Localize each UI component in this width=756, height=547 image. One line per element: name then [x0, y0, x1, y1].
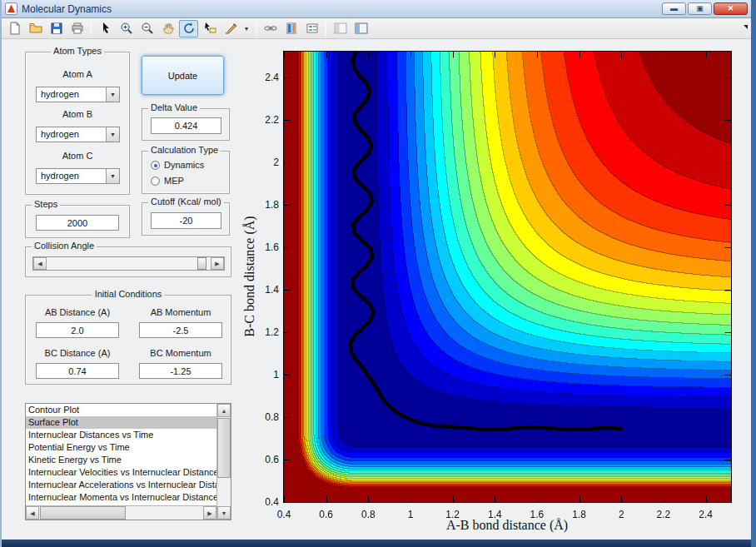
scroll-left-arrow-icon[interactable]: ◀: [26, 506, 39, 520]
scroll-up-arrow-icon[interactable]: ▲: [217, 404, 231, 417]
collision-angle-title: Collision Angle: [32, 241, 97, 251]
atom-a-dropdown[interactable]: hydrogen ▼: [36, 87, 120, 102]
x-tick-label: 0.6: [310, 509, 343, 520]
list-item[interactable]: Surface Plot: [26, 416, 216, 429]
list-item[interactable]: Internuclear Accelerations vs Internucle…: [26, 479, 216, 491]
ab-momentum-label: AB Momentum: [129, 307, 232, 317]
radio-icon[interactable]: [151, 161, 160, 170]
open-file-icon[interactable]: [26, 20, 45, 37]
x-tick-label: 0.4: [267, 509, 301, 520]
print-icon[interactable]: [67, 20, 87, 37]
x-tick-label: 2.4: [689, 509, 723, 520]
x-tick-label: 1.4: [478, 509, 511, 520]
ab-momentum-field[interactable]: [139, 322, 222, 338]
bc-distance-field[interactable]: [36, 363, 119, 379]
calculation-type-panel: Calculation Type Dynamics MEP: [142, 151, 230, 194]
horizontal-scrollbar[interactable]: ◀ ▶: [26, 505, 216, 520]
slider-thumb[interactable]: [197, 257, 206, 270]
y-tick-label: 1.6: [246, 241, 279, 253]
delta-value-field[interactable]: [151, 117, 221, 134]
atom-types-title: Atom Types: [51, 46, 104, 56]
chevron-down-icon[interactable]: ▼: [106, 127, 119, 142]
brush-dropdown-icon[interactable]: ▾: [241, 20, 251, 37]
y-tick-label: 1.8: [246, 199, 279, 211]
x-tick-label: 1.6: [520, 509, 554, 520]
steps-title: Steps: [32, 199, 60, 209]
plot-type-listbox[interactable]: Contour PlotSurface PlotInternuclear Dis…: [25, 403, 231, 520]
list-item[interactable]: Potential Energy vs Time: [26, 441, 216, 454]
toolbar-separator: [91, 21, 92, 36]
vertical-scrollbar[interactable]: ▲ ▼: [216, 404, 231, 520]
pes-contour-plot[interactable]: [283, 51, 732, 503]
ab-distance-field[interactable]: [36, 322, 119, 338]
minimize-button[interactable]: ▬: [662, 2, 686, 15]
atom-c-label: Atom C: [26, 151, 129, 161]
ab-distance-label: AB Distance (A): [26, 307, 129, 317]
new-figure-icon[interactable]: [5, 20, 24, 37]
delta-value-title: Delta Value: [148, 102, 200, 112]
close-button[interactable]: ✕: [714, 2, 748, 15]
list-item[interactable]: Internuclear Distances vs Time: [26, 429, 216, 441]
mep-radio[interactable]: MEP: [151, 176, 184, 186]
atom-a-value: hydrogen: [37, 87, 106, 102]
titlebar[interactable]: Molecular Dynamics ▬ ▣ ✕: [2, 0, 751, 18]
slider-left-arrow-icon[interactable]: ◀: [33, 257, 47, 270]
scroll-down-arrow-icon[interactable]: ▼: [217, 506, 231, 520]
toolbar-separator: [256, 21, 256, 36]
update-button[interactable]: Update: [142, 56, 224, 95]
list-item[interactable]: Kinetic Energy vs Time: [26, 454, 216, 466]
zoom-out-icon[interactable]: [137, 20, 157, 37]
pan-icon[interactable]: [158, 20, 177, 37]
mep-radio-label: MEP: [164, 176, 184, 186]
vertical-scroll-thumb[interactable]: [217, 418, 231, 478]
maximize-button[interactable]: ▣: [688, 2, 712, 15]
cutoff-field[interactable]: [151, 212, 221, 229]
chevron-down-icon[interactable]: ▼: [106, 169, 119, 183]
dynamics-radio[interactable]: Dynamics: [151, 160, 204, 170]
save-icon[interactable]: [47, 20, 66, 37]
y-tick-label: 2.2: [246, 114, 279, 126]
bc-momentum-field[interactable]: [139, 363, 222, 379]
bc-momentum-label: BC Momentum: [129, 348, 232, 358]
app-icon: [5, 2, 17, 15]
steps-field[interactable]: [36, 215, 119, 231]
window: Molecular Dynamics ▬ ▣ ✕ ▾ Atom Types: [0, 0, 756, 547]
hide-plot-tools-icon[interactable]: [331, 20, 350, 37]
y-tick-label: 0.4: [246, 496, 279, 508]
insert-colorbar-icon[interactable]: [281, 20, 301, 37]
link-plot-icon[interactable]: [261, 20, 280, 37]
collision-angle-slider[interactable]: ◀ ▶: [32, 256, 225, 271]
list-item[interactable]: Contour Plot: [26, 404, 216, 416]
cutoff-panel: Cutoff (Kcal/ mol): [142, 202, 230, 236]
show-plot-tools-icon[interactable]: [351, 20, 371, 37]
list-item[interactable]: Internuclear Velocities vs Internuclear …: [26, 466, 216, 479]
x-tick-label: 2: [604, 509, 638, 520]
horizontal-scroll-thumb[interactable]: [40, 506, 126, 520]
rotate-3d-icon[interactable]: [179, 20, 198, 37]
chevron-down-icon[interactable]: ▼: [106, 87, 119, 102]
atom-types-panel: Atom Types Atom A hydrogen ▼ Atom B hydr…: [25, 52, 130, 195]
data-cursor-icon[interactable]: [200, 20, 219, 37]
atom-c-dropdown[interactable]: hydrogen ▼: [36, 168, 120, 184]
list-item[interactable]: Internuclear Momenta vs Internuclear Dis…: [26, 491, 216, 504]
atom-a-label: Atom A: [26, 69, 129, 79]
atom-b-dropdown[interactable]: hydrogen ▼: [36, 127, 120, 142]
edit-plot-icon[interactable]: [96, 20, 115, 37]
brush-icon[interactable]: [221, 20, 240, 37]
slider-right-arrow-icon[interactable]: ▶: [211, 257, 224, 270]
scroll-right-arrow-icon[interactable]: ▶: [203, 506, 216, 520]
toolbar-overflow-arrow[interactable]: [744, 25, 748, 29]
atom-c-value: hydrogen: [37, 169, 106, 183]
initial-conditions-title: Initial Conditions: [92, 289, 165, 299]
x-tick-label: 0.8: [351, 509, 385, 520]
dynamics-radio-label: Dynamics: [164, 160, 204, 170]
zoom-in-icon[interactable]: [117, 20, 136, 37]
y-tick-label: 1.4: [246, 284, 279, 296]
x-tick-label: 2.2: [647, 509, 680, 520]
y-tick-label: 1.2: [246, 326, 279, 338]
x-tick-label: 1.8: [563, 509, 596, 520]
radio-icon[interactable]: [151, 177, 160, 186]
initial-conditions-panel: Initial Conditions AB Distance (A) AB Mo…: [25, 295, 231, 385]
cutoff-title: Cutoff (Kcal/ mol): [148, 196, 224, 206]
insert-legend-icon[interactable]: [302, 20, 321, 37]
